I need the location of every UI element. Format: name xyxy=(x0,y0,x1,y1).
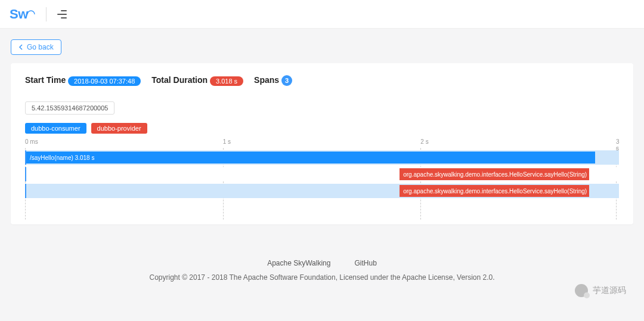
time-tick: 2 s xyxy=(420,138,428,145)
duration-group: Total Duration 3.018 s xyxy=(151,75,243,85)
wechat-icon xyxy=(575,284,588,297)
app-badge[interactable]: dubbo-consumer xyxy=(25,123,86,134)
footer-links: Apache SkyWalking GitHub xyxy=(0,259,644,267)
trace-summary: Start Time 2018-09-03 07:37:48 Total Dur… xyxy=(25,75,619,86)
trace-id[interactable]: 5.42.15359314687200005 xyxy=(25,101,114,115)
footer-link-skywalking[interactable]: Apache SkyWalking xyxy=(267,259,330,267)
span-bar[interactable]: org.apache.skywalking.demo.interfaces.He… xyxy=(400,185,589,197)
go-back-label: Go back xyxy=(27,43,54,51)
time-tick: 1 s xyxy=(223,138,231,145)
footer-copyright: Copyright © 2017 - 2018 The Apache Softw… xyxy=(0,273,644,282)
timeline: 0 ms1 s2 s3 s /sayHello(name) 3.018 sorg… xyxy=(25,138,619,198)
menu-toggle-icon[interactable] xyxy=(57,10,67,18)
span-bar[interactable]: /sayHello(name) 3.018 s xyxy=(26,152,595,163)
logo-swoosh-icon xyxy=(27,10,35,18)
footer: Apache SkyWalking GitHub Copyright © 201… xyxy=(0,235,644,298)
time-axis: 0 ms1 s2 s3 s xyxy=(25,138,619,148)
span-bar[interactable]: org.apache.skywalking.demo.interfaces.He… xyxy=(400,168,589,180)
start-time-group: Start Time 2018-09-03 07:37:48 xyxy=(25,75,141,85)
time-tick: 0 ms xyxy=(25,138,38,145)
duration-badge: 3.018 s xyxy=(210,76,243,86)
duration-label: Total Duration xyxy=(151,75,208,85)
apps-legend: dubbo-consumerdubbo-provider xyxy=(25,123,619,134)
trace-card: Start Time 2018-09-03 07:37:48 Total Dur… xyxy=(11,63,633,224)
page-content: Go back Start Time 2018-09-03 07:37:48 T… xyxy=(0,29,644,235)
topbar: Sw xyxy=(0,0,644,29)
chevron-left-icon xyxy=(18,44,23,50)
app-badge[interactable]: dubbo-provider xyxy=(91,123,147,134)
span-row[interactable]: org.apache.skywalking.demo.interfaces.He… xyxy=(25,167,619,181)
spans-container: /sayHello(name) 3.018 sorg.apache.skywal… xyxy=(25,150,619,198)
watermark: 芋道源码 xyxy=(575,284,626,297)
logo-text: Sw xyxy=(10,7,28,22)
spans-label: Spans xyxy=(254,75,279,85)
start-time-badge: 2018-09-03 07:37:48 xyxy=(68,76,141,86)
watermark-text: 芋道源码 xyxy=(593,285,626,296)
go-back-button[interactable]: Go back xyxy=(11,39,61,55)
span-row[interactable]: org.apache.skywalking.demo.interfaces.He… xyxy=(25,184,619,198)
divider xyxy=(46,7,47,21)
logo: Sw xyxy=(10,7,35,22)
span-row[interactable]: /sayHello(name) 3.018 s xyxy=(25,150,619,165)
trace-id-row: 5.42.15359314687200005 xyxy=(25,101,619,115)
start-time-label: Start Time xyxy=(25,75,66,85)
footer-link-github[interactable]: GitHub xyxy=(354,259,376,267)
spans-count-badge: 3 xyxy=(281,75,292,86)
spans-group: Spans 3 xyxy=(254,75,292,86)
